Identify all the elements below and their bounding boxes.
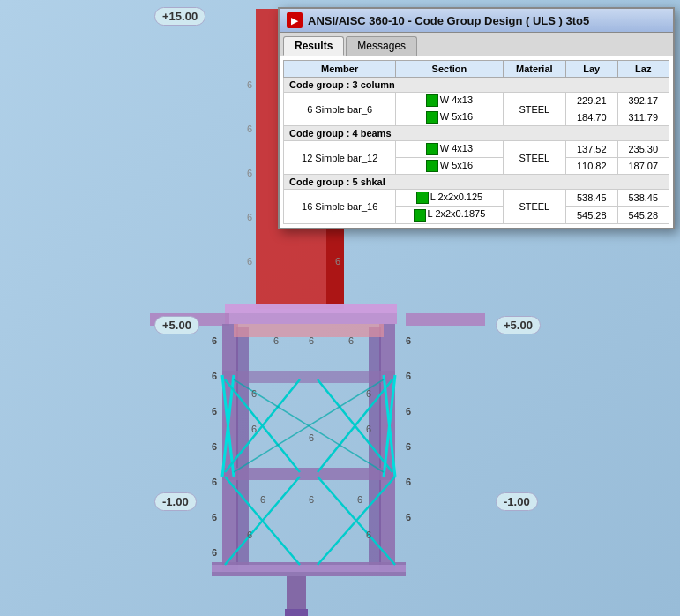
svg-text:6: 6 xyxy=(212,547,217,558)
section-icon xyxy=(414,209,426,222)
svg-text:6: 6 xyxy=(212,441,217,452)
table-row: 16 Simple bar_16L 2x2x0.125STEEL538.4553… xyxy=(284,190,669,207)
member-cell: 16 Simple bar_16 xyxy=(284,190,396,223)
svg-text:6: 6 xyxy=(247,124,252,134)
material-cell: STEEL xyxy=(503,141,565,175)
group-header-row: Code group : 4 beams xyxy=(284,126,669,141)
svg-text:6: 6 xyxy=(366,388,371,399)
lay-cell: 137.52 xyxy=(566,141,617,158)
dialog-app-icon: ▶ xyxy=(287,12,303,28)
section-icon xyxy=(426,143,438,155)
svg-text:6: 6 xyxy=(247,256,252,267)
lay-cell: 229.21 xyxy=(566,93,617,109)
section-cell: W 5x16 xyxy=(396,109,503,126)
lay-cell: 545.28 xyxy=(566,207,617,223)
svg-text:6: 6 xyxy=(309,335,314,346)
svg-text:6: 6 xyxy=(273,335,279,346)
svg-text:6: 6 xyxy=(335,256,340,267)
section-cell: L 2x2x0.125 xyxy=(396,190,503,207)
svg-rect-29 xyxy=(287,576,306,612)
svg-text:6: 6 xyxy=(366,424,371,434)
dialog-content: Member Section Material Lay Laz Code gro… xyxy=(280,56,673,228)
section-icon xyxy=(426,160,438,172)
table-row: 6 Simple bar_6W 4x13STEEL229.21392.17 xyxy=(284,93,669,109)
col-section: Section xyxy=(396,61,503,78)
svg-text:6: 6 xyxy=(309,494,314,505)
svg-text:6: 6 xyxy=(212,406,217,417)
table-row: 12 Simple bar_12W 4x13STEEL137.52235.30 xyxy=(284,141,669,158)
svg-rect-5 xyxy=(406,313,485,326)
tab-results[interactable]: Results xyxy=(283,36,344,56)
svg-text:6: 6 xyxy=(406,406,411,417)
section-icon xyxy=(426,111,438,124)
svg-text:6: 6 xyxy=(212,335,217,346)
dim-bot-right: -1.00 xyxy=(496,492,538,511)
dialog-title: ANSI/AISC 360-10 - Code Group Design ( U… xyxy=(308,14,589,27)
svg-text:6: 6 xyxy=(366,530,371,540)
svg-rect-3 xyxy=(225,304,397,313)
svg-text:6: 6 xyxy=(212,371,217,381)
svg-text:6: 6 xyxy=(247,530,252,540)
svg-rect-30 xyxy=(285,609,308,616)
svg-rect-11 xyxy=(212,565,406,572)
svg-text:6: 6 xyxy=(251,424,257,434)
dim-top: +15.00 xyxy=(154,7,205,26)
svg-text:6: 6 xyxy=(247,168,252,178)
lay-cell: 184.70 xyxy=(566,109,617,126)
member-cell: 12 Simple bar_12 xyxy=(284,141,396,175)
svg-text:6: 6 xyxy=(247,212,252,222)
svg-text:6: 6 xyxy=(212,512,217,522)
svg-rect-12 xyxy=(222,468,395,480)
material-cell: STEEL xyxy=(503,190,565,223)
svg-text:6: 6 xyxy=(406,335,411,346)
group-header-row: Code group : 3 column xyxy=(284,78,669,93)
col-material: Material xyxy=(503,61,565,78)
laz-cell: 392.17 xyxy=(617,93,669,109)
laz-cell: 538.45 xyxy=(617,190,669,207)
section-icon xyxy=(416,192,429,204)
svg-text:6: 6 xyxy=(309,432,314,443)
col-laz: Laz xyxy=(617,61,669,78)
tab-messages[interactable]: Messages xyxy=(346,36,417,56)
dialog-window: ▶ ANSI/AISC 360-10 - Code Group Design (… xyxy=(278,7,675,229)
svg-text:6: 6 xyxy=(406,371,411,381)
section-cell: W 4x13 xyxy=(396,93,503,109)
svg-text:6: 6 xyxy=(406,477,411,487)
laz-cell: 545.28 xyxy=(617,207,669,223)
svg-rect-13 xyxy=(222,371,395,383)
laz-cell: 235.30 xyxy=(617,141,669,158)
section-icon xyxy=(426,94,438,107)
svg-text:6: 6 xyxy=(251,388,257,399)
dim-bot-left: -1.00 xyxy=(154,492,197,511)
lay-cell: 110.82 xyxy=(566,158,617,175)
svg-text:6: 6 xyxy=(406,512,411,522)
section-cell: W 4x13 xyxy=(396,141,503,158)
dim-mid-right: +5.00 xyxy=(496,316,541,334)
section-cell: W 5x16 xyxy=(396,158,503,175)
svg-text:6: 6 xyxy=(406,441,411,452)
lay-cell: 538.45 xyxy=(566,190,617,207)
svg-text:6: 6 xyxy=(348,335,354,346)
dialog-titlebar[interactable]: ▶ ANSI/AISC 360-10 - Code Group Design (… xyxy=(280,9,673,33)
results-table: Member Section Material Lay Laz Code gro… xyxy=(283,60,669,224)
dialog-tabs: Results Messages xyxy=(280,33,673,56)
col-lay: Lay xyxy=(566,61,617,78)
svg-text:6: 6 xyxy=(357,494,362,505)
section-cell: L 2x2x0.1875 xyxy=(396,207,503,223)
svg-text:6: 6 xyxy=(247,79,252,90)
member-cell: 6 Simple bar_6 xyxy=(284,93,396,126)
dim-mid-left: +5.00 xyxy=(154,316,199,334)
svg-text:6: 6 xyxy=(212,477,217,487)
laz-cell: 187.07 xyxy=(617,158,669,175)
svg-text:6: 6 xyxy=(260,494,265,505)
laz-cell: 311.79 xyxy=(617,109,669,126)
col-member: Member xyxy=(284,61,396,78)
group-header-row: Code group : 5 shkal xyxy=(284,175,669,190)
material-cell: STEEL xyxy=(503,93,565,126)
